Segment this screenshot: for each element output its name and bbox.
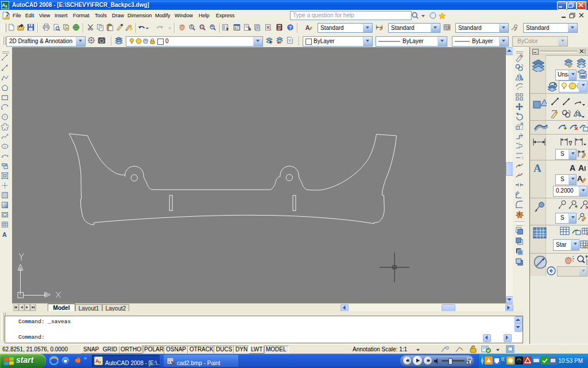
svg-text:a: a <box>99 360 101 364</box>
svg-text:?: ? <box>289 25 292 30</box>
svg-text:A: A <box>2 231 7 238</box>
svg-text:a: a <box>5 4 7 8</box>
